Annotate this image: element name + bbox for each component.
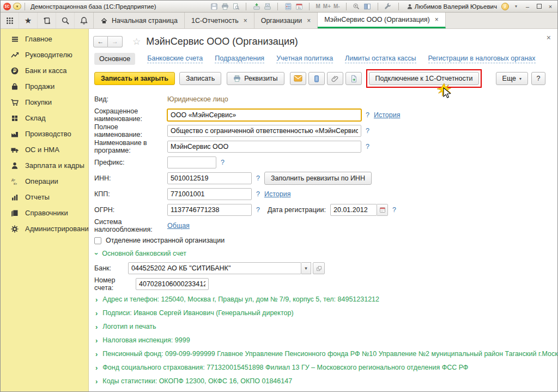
sidebar-item-main[interactable]: Главное [1, 31, 88, 47]
section-pension-fund[interactable]: › Пенсионный фонд: 099-099-999999 Главно… [95, 349, 552, 358]
tab-organization-card[interactable]: МэйнСервис ООО (Организация) × [318, 13, 445, 28]
full-name-input[interactable] [167, 125, 361, 137]
attachments-button[interactable] [327, 72, 343, 85]
help-icon[interactable]: ? [366, 143, 369, 150]
memory-m-button[interactable]: M [316, 3, 320, 9]
memory-m-plus-button[interactable]: M+ [323, 3, 331, 9]
date-picker-button[interactable] [377, 204, 388, 216]
sidebar-item-production[interactable]: Производство [1, 126, 88, 142]
short-name-history-link[interactable]: История [374, 111, 400, 119]
help-icon[interactable]: ? [392, 206, 396, 214]
requisites-button[interactable]: Реквизиты [227, 72, 284, 85]
close-icon[interactable]: × [435, 16, 439, 23]
titlebar-dropdown-icon[interactable]: ▾ [512, 4, 520, 9]
fill-by-inn-button[interactable]: Заполнить реквизиты по ИНН [264, 172, 372, 185]
close-icon[interactable]: × [244, 17, 247, 25]
section-logo-stamp[interactable]: › Логотип и печать [95, 322, 552, 330]
account-number-input[interactable] [136, 278, 209, 290]
reg-date-input[interactable] [330, 204, 377, 216]
section-largest-taxpayer[interactable]: › Крупнейший налогоплательщик: нет [95, 390, 552, 391]
help-icon[interactable]: ? [366, 111, 369, 119]
nav-link-departments[interactable]: Подразделения [215, 55, 264, 63]
tab-organizations[interactable]: Организации × [254, 13, 318, 28]
nav-link-cash-limits[interactable]: Лимиты остатка кассы [345, 55, 416, 63]
nav-link-accounting-policy[interactable]: Учетная политика [276, 55, 333, 63]
close-form-icon[interactable]: × [547, 33, 551, 42]
nav-link-tax-registrations[interactable]: Регистрации в налоговых органах [428, 55, 536, 63]
help-icon[interactable]: ? [256, 174, 260, 182]
calendar-icon[interactable]: 31 [295, 2, 303, 10]
sidebar-item-bank-cash[interactable]: ₽ Банк и касса [1, 63, 88, 79]
sidebar-item-operations[interactable]: ДтКт Операции [1, 173, 88, 189]
history-icon[interactable] [38, 13, 56, 28]
discussion-button[interactable] [308, 72, 325, 85]
nav-tab-main[interactable]: Основное [94, 53, 135, 65]
foreign-branch-checkbox[interactable] [94, 237, 101, 244]
sidebar-item-salary-hr[interactable]: Зарплата и кадры [1, 158, 88, 173]
close-icon[interactable]: × [307, 17, 311, 25]
service-wrench-icon[interactable] [384, 2, 392, 10]
app-name-input[interactable] [167, 141, 361, 153]
forward-button[interactable]: → [108, 36, 123, 47]
sidebar-item-administration[interactable]: Администрирование [1, 221, 88, 237]
send-mail-icon[interactable] [263, 2, 271, 10]
help-icon[interactable]: ? [221, 159, 225, 166]
section-tax-inspection[interactable]: › Налоговая инспекция: 9999 [95, 336, 552, 344]
apps-menu-icon[interactable] [1, 13, 19, 28]
save-button[interactable]: Записать [179, 72, 221, 85]
send-receive-icon[interactable] [252, 2, 260, 10]
help-icon[interactable]: ? [256, 190, 260, 198]
sidebar-item-manager[interactable]: Руководителю [1, 47, 88, 63]
prefix-input[interactable] [167, 156, 216, 168]
split-view-icon[interactable] [363, 2, 372, 10]
more-button[interactable]: Еще ▾ [496, 72, 528, 85]
open-bank-button[interactable] [313, 262, 325, 274]
save-and-close-button[interactable]: Записать и закрыть [94, 72, 175, 85]
bank-section-header[interactable]: › Основной банковский счет [95, 249, 552, 257]
zoom-icon[interactable] [353, 2, 361, 10]
minimize-button[interactable]: – [523, 3, 532, 10]
email-button[interactable] [290, 72, 306, 85]
kpp-history-link[interactable]: История [264, 190, 290, 198]
main-menu-dropdown[interactable]: ▾ [13, 3, 21, 10]
section-address-phone[interactable]: › Адрес и телефон: 125040, Москва г, Пра… [95, 295, 552, 303]
back-button[interactable]: ← [93, 36, 108, 47]
section-social-insurance[interactable]: › Фонд социального страхования: 77132001… [95, 363, 552, 371]
bank-dropdown-icon[interactable]: ▾ [301, 262, 311, 274]
inn-input[interactable] [167, 172, 252, 184]
sidebar-item-sales[interactable]: Продажи [1, 79, 88, 94]
favorite-star-icon[interactable]: ☆ [132, 36, 141, 47]
current-user[interactable]: Любимов Валерий Юрьевич [407, 3, 497, 10]
print-preview-icon[interactable] [232, 2, 240, 10]
tax-system-link[interactable]: Общая [167, 222, 190, 230]
tab-1c-reporting[interactable]: 1С-Отчетность × [185, 13, 254, 28]
short-name-input[interactable] [167, 109, 361, 121]
section-signatures[interactable]: › Подписи: Иванов Сергей Иванович (Генер… [95, 309, 552, 317]
sidebar-item-warehouse[interactable]: Склад [1, 110, 88, 126]
sidebar-item-fixed-assets[interactable]: ОС и НМА [1, 142, 88, 158]
connect-1c-reporting-button[interactable]: Подключение к 1С-Отчетности [369, 72, 480, 85]
nav-link-bank-accounts[interactable]: Банковские счета [147, 55, 203, 63]
notifications-bell-icon[interactable] [75, 13, 93, 28]
sidebar-item-reports[interactable]: Отчеты [1, 189, 88, 205]
kpp-input[interactable] [167, 188, 252, 200]
info-icon[interactable]: i [501, 3, 509, 10]
close-window-button[interactable]: × [546, 3, 555, 10]
load-document-button[interactable] [345, 72, 362, 85]
help-icon[interactable]: ? [366, 127, 369, 135]
favorites-star-icon[interactable]: ★ [19, 13, 38, 28]
memory-m-minus-button[interactable]: M- [333, 3, 340, 9]
tab-home[interactable]: Начальная страница [94, 13, 185, 28]
sidebar-item-purchases[interactable]: Покупки [1, 94, 88, 110]
bank-input[interactable] [128, 262, 301, 274]
sidebar-item-directories[interactable]: Справочники [1, 205, 88, 221]
calculator-icon[interactable] [284, 2, 292, 10]
ogrn-input[interactable] [167, 204, 252, 216]
search-icon[interactable] [56, 13, 75, 28]
section-statistics-codes[interactable]: › Коды статистики: ОКОПФ 12300, ОКФС 16,… [95, 377, 552, 385]
help-button[interactable]: ? [531, 72, 545, 85]
save-icon[interactable] [210, 2, 218, 10]
print-icon[interactable] [221, 2, 229, 10]
help-icon[interactable]: ? [256, 206, 260, 214]
maximize-button[interactable] [535, 3, 543, 10]
